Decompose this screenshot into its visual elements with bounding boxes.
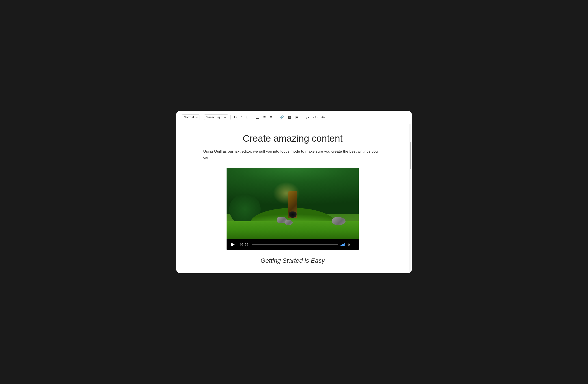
vol-bar-5 <box>344 243 345 246</box>
editor-body: Create amazing content Using Quill as ou… <box>176 124 412 273</box>
formula-icon: ƒx <box>306 115 309 119</box>
bold-button[interactable]: B <box>233 114 238 120</box>
editor-content[interactable]: Create amazing content Using Quill as ou… <box>176 124 409 273</box>
divider-2 <box>230 115 231 119</box>
divider-3 <box>252 115 252 119</box>
divider-1 <box>202 115 202 119</box>
indent-button[interactable]: ≡ <box>269 114 273 121</box>
video-scene <box>227 168 359 239</box>
play-button[interactable] <box>229 241 236 248</box>
vol-bar-2 <box>341 245 342 246</box>
image-button[interactable]: 🖼 <box>287 115 293 120</box>
video-container: 09:56 ⚙ ⛶ <box>227 168 359 250</box>
content-subtitle: Getting Started is Easy <box>203 257 382 264</box>
formula-button[interactable]: ƒx <box>305 115 311 120</box>
style-dropdown[interactable]: Normal <box>182 114 199 120</box>
vol-bar-4 <box>343 244 344 246</box>
editor-window: Normal Sailec Light B I U ☰ ≡ ≡ 🔗 🖼 ▣ ƒx… <box>176 111 412 273</box>
rock-2 <box>285 220 293 225</box>
content-description: Using Quill as our text editor, we pull … <box>203 148 382 160</box>
underline-button[interactable]: U <box>245 114 250 120</box>
video-timestamp: 09:56 <box>239 243 250 247</box>
scrollbar-track <box>409 124 412 273</box>
style-value: Normal <box>184 115 194 119</box>
settings-icon[interactable]: ⚙ <box>347 243 350 246</box>
video-insert-button[interactable]: ▣ <box>294 114 300 120</box>
clear-format-button[interactable]: Tx <box>320 115 327 120</box>
ordered-list-button[interactable]: ☰ <box>254 114 261 121</box>
volume-bars <box>340 243 345 246</box>
video-controls: 09:56 ⚙ ⛶ <box>227 239 359 250</box>
play-icon <box>231 243 235 247</box>
video-thumbnail <box>227 168 359 239</box>
progress-bar[interactable] <box>252 244 338 245</box>
code-button[interactable]: </> <box>312 115 319 120</box>
vol-bar-1 <box>340 246 341 246</box>
font-value: Sailec Light <box>206 115 222 119</box>
toolbar: Normal Sailec Light B I U ☰ ≡ ≡ 🔗 🖼 ▣ ƒx… <box>176 111 412 124</box>
style-chevron-icon <box>195 116 198 118</box>
scrollbar-thumb[interactable] <box>410 142 411 169</box>
hole <box>289 211 297 218</box>
divider-4 <box>276 115 276 119</box>
content-title: Create amazing content <box>203 133 382 144</box>
italic-button[interactable]: I <box>239 114 243 120</box>
font-chevron-icon <box>224 116 226 118</box>
divider-5 <box>302 115 302 119</box>
font-dropdown[interactable]: Sailec Light <box>204 114 228 120</box>
unordered-list-button[interactable]: ≡ <box>262 114 267 121</box>
link-button[interactable]: 🔗 <box>278 114 285 120</box>
rock-3 <box>332 217 346 225</box>
clear-format-icon: Tx <box>322 115 325 119</box>
vol-bar-3 <box>342 244 343 246</box>
fullscreen-icon[interactable]: ⛶ <box>353 243 356 247</box>
